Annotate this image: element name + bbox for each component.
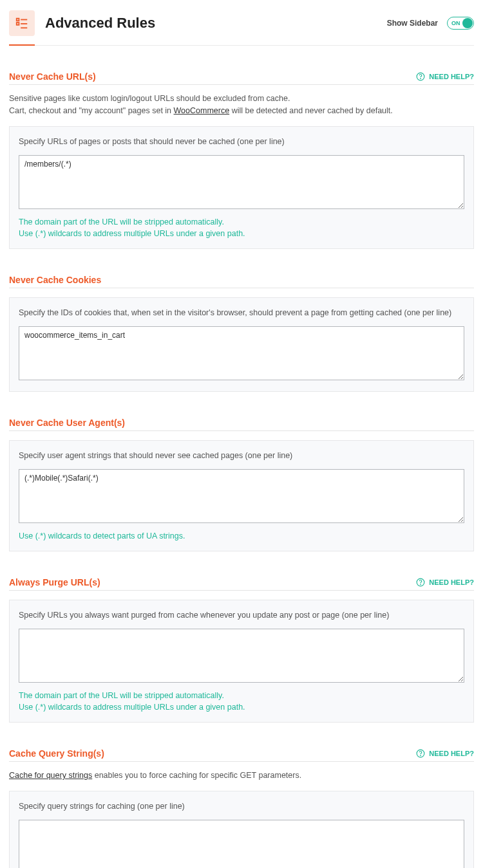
section-title: Never Cache URL(s) <box>9 71 96 82</box>
section-never-cache-ua: Never Cache User Agent(s) Specify user a… <box>9 418 474 551</box>
never-cache-cookies-input[interactable] <box>19 326 464 380</box>
header-right: Show Sidebar ON <box>387 17 474 30</box>
hint-line: Use (.*) wildcards to detect parts of UA… <box>19 530 464 542</box>
desc-line: Sensitive pages like custom login/logout… <box>9 93 474 105</box>
never-cache-urls-input[interactable] <box>19 155 464 209</box>
desc-text: enables you to force caching for specifi… <box>92 771 301 780</box>
section-cache-query: Cache Query String(s) NEED HELP? Cache f… <box>9 748 474 868</box>
section-never-cache-cookies: Never Cache Cookies Specify the IDs of c… <box>9 275 474 392</box>
help-icon <box>416 749 425 758</box>
box-label: Specify query strings for caching (one p… <box>19 802 464 811</box>
page-title: Advanced Rules <box>45 15 155 32</box>
section-box: Specify URLs you always want purged from… <box>9 600 474 723</box>
section-always-purge: Always Purge URL(s) NEED HELP? Specify U… <box>9 577 474 723</box>
toggle-state-label: ON <box>451 20 460 26</box>
hint-line: Use (.*) wildcards to address multiple U… <box>19 701 464 713</box>
help-icon <box>416 578 425 587</box>
section-title: Never Cache User Agent(s) <box>9 418 125 428</box>
svg-point-10 <box>421 755 421 756</box>
need-help-link[interactable]: NEED HELP? <box>416 749 474 758</box>
section-box: Specify URLs of pages or posts that shou… <box>9 126 474 249</box>
box-hint: Use (.*) wildcards to detect parts of UA… <box>19 530 464 542</box>
section-title: Cache Query String(s) <box>9 748 104 759</box>
rules-icon <box>9 10 35 36</box>
section-header: Never Cache Cookies <box>9 275 474 288</box>
hint-line: Use (.*) wildcards to address multiple U… <box>19 228 464 239</box>
svg-point-6 <box>421 78 421 79</box>
hint-line: The domain part of the URL will be strip… <box>19 216 464 228</box>
section-header: Always Purge URL(s) NEED HELP? <box>9 577 474 591</box>
svg-point-8 <box>421 584 421 584</box>
show-sidebar-toggle[interactable]: ON <box>447 17 474 30</box>
section-header: Never Cache User Agent(s) <box>9 418 474 431</box>
cache-query-strings-link[interactable]: Cache for query strings <box>9 771 92 780</box>
header-left: Advanced Rules <box>9 10 155 36</box>
section-box: Specify query strings for caching (one p… <box>9 791 474 868</box>
desc-text: Cart, checkout and "my account" pages se… <box>9 106 174 115</box>
section-box: Specify the IDs of cookies that, when se… <box>9 297 474 392</box>
show-sidebar-label: Show Sidebar <box>387 19 438 28</box>
page-header: Advanced Rules Show Sidebar ON <box>9 10 474 46</box>
box-label: Specify URLs you always want purged from… <box>19 611 464 620</box>
never-cache-ua-input[interactable] <box>19 469 464 523</box>
box-hint: The domain part of the URL will be strip… <box>19 216 464 239</box>
box-label: Specify URLs of pages or posts that shou… <box>19 137 464 146</box>
svg-rect-2 <box>17 23 19 25</box>
section-title: Never Cache Cookies <box>9 275 101 285</box>
need-help-link[interactable]: NEED HELP? <box>416 72 474 81</box>
box-label: Specify user agent strings that should n… <box>19 451 464 460</box>
box-label: Specify the IDs of cookies that, when se… <box>19 308 464 317</box>
svg-rect-0 <box>17 19 19 21</box>
box-hint: The domain part of the URL will be strip… <box>19 690 464 713</box>
section-header: Never Cache URL(s) NEED HELP? <box>9 71 474 85</box>
desc-text: will be detected and never cached by def… <box>229 106 393 115</box>
section-never-cache-urls: Never Cache URL(s) NEED HELP? Sensitive … <box>9 71 474 249</box>
need-help-label: NEED HELP? <box>429 578 474 586</box>
section-box: Specify user agent strings that should n… <box>9 440 474 551</box>
section-header: Cache Query String(s) NEED HELP? <box>9 748 474 762</box>
section-desc: Cache for query strings enables you to f… <box>9 770 474 782</box>
hint-line: The domain part of the URL will be strip… <box>19 690 464 701</box>
section-title: Always Purge URL(s) <box>9 577 100 587</box>
always-purge-input[interactable] <box>19 629 464 683</box>
need-help-link[interactable]: NEED HELP? <box>416 578 474 587</box>
woocommerce-link[interactable]: WooCommerce <box>174 106 230 115</box>
need-help-label: NEED HELP? <box>429 750 474 757</box>
desc-line: Cart, checkout and "my account" pages se… <box>9 105 474 117</box>
need-help-label: NEED HELP? <box>429 73 474 80</box>
cache-query-input[interactable] <box>19 820 464 868</box>
toggle-knob <box>462 18 473 28</box>
help-icon <box>416 72 425 81</box>
section-desc: Sensitive pages like custom login/logout… <box>9 93 474 117</box>
